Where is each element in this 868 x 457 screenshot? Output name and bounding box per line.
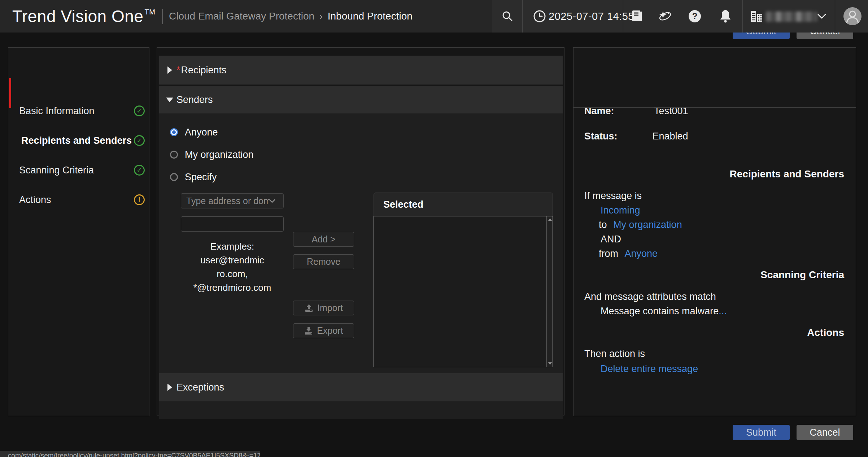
add-button[interactable]: Add > — [293, 232, 354, 247]
app-header: Trend Vision OneTM Cloud Email Gateway P… — [0, 0, 868, 33]
summary-link-from[interactable]: Anyone — [625, 248, 658, 259]
summary-heading-recipients-senders: Recipients and Senders — [730, 168, 844, 180]
download-icon — [304, 327, 313, 335]
wizard-step-recipients-senders[interactable]: Recipients and Senders ✓ — [8, 133, 149, 148]
step-complete-icon: ✓ — [134, 165, 145, 176]
radio-my-organization[interactable]: My organization — [170, 149, 254, 160]
radio-unselected-icon — [170, 151, 178, 159]
address-input[interactable] — [181, 216, 284, 232]
upload-icon — [304, 304, 314, 312]
export-button[interactable]: Export — [293, 323, 354, 338]
summary-link-direction: Incoming — [601, 204, 640, 216]
scroll-down-icon[interactable] — [548, 362, 552, 365]
summary-heading-actions: Actions — [807, 327, 844, 339]
address-examples: Examples: user@trendmic ro.com, *@trendm… — [177, 240, 287, 294]
selected-list[interactable] — [374, 216, 553, 367]
logo-separator — [162, 9, 163, 24]
summary-line-to: to My organization — [599, 219, 682, 231]
link-preview-status-bar: ...com/static/sem/tree/policy/rule-unset… — [0, 451, 260, 457]
radio-label: My organization — [185, 149, 254, 160]
wizard-step-actions[interactable]: Actions ! — [8, 192, 149, 207]
release-notes-icon[interactable] — [630, 0, 644, 33]
required-mark: * — [176, 65, 180, 76]
submit-button[interactable]: Submit — [733, 425, 790, 440]
accordion-title: Senders — [176, 94, 213, 105]
dropdown-chevron-icon — [269, 199, 276, 203]
avatar[interactable] — [843, 7, 862, 25]
remove-button[interactable]: Remove — [293, 254, 354, 269]
scroll-up-icon[interactable] — [548, 218, 552, 221]
selected-list-header: Selected — [374, 193, 553, 216]
radio-label: Anyone — [185, 127, 218, 138]
accordion-exceptions[interactable]: Exceptions — [159, 373, 563, 401]
summary-line: Then action is — [584, 348, 645, 360]
cancel-button[interactable]: Cancel — [797, 425, 853, 440]
status-value: Enabled — [653, 131, 688, 142]
selected-list-title: Selected — [383, 199, 423, 210]
breadcrumb: Cloud Email Gateway Protection › Inbound… — [169, 0, 413, 33]
logo-trademark: TM — [144, 8, 155, 16]
radio-unselected-icon — [170, 173, 178, 181]
svg-text:?: ? — [692, 11, 698, 21]
summary-link-to[interactable]: My organization — [613, 219, 682, 230]
status-label: Status: — [584, 131, 618, 142]
help-icon[interactable]: ? — [688, 0, 702, 33]
header-divider — [742, 0, 743, 33]
wizard-step-label: Scanning Criteria — [19, 165, 94, 176]
breadcrumb-page: Inbound Protection — [328, 10, 413, 22]
wizard-step-scanning-criteria[interactable]: Scanning Criteria ✓ — [8, 163, 149, 178]
breadcrumb-section[interactable]: Cloud Email Gateway Protection — [169, 10, 314, 22]
account-name-redacted[interactable] — [766, 12, 817, 22]
summary-line-malware: Message contains malware... — [601, 305, 727, 317]
app-logo: Trend Vision OneTM — [12, 0, 155, 33]
step-warning-icon: ! — [134, 194, 145, 205]
summary-link-malware-more[interactable]: ... — [719, 306, 727, 316]
header-divider — [835, 0, 835, 33]
radio-anyone[interactable]: Anyone — [170, 126, 218, 138]
scrollbar[interactable] — [546, 216, 553, 367]
accordion-title: *Recipients — [176, 65, 227, 76]
expanded-arrow-icon — [166, 98, 173, 102]
screen: Submit Cancel Trend Vision OneTM Cloud E… — [0, 0, 868, 457]
summary-panel: Name: Test001 Status: Enabled Recipients… — [573, 47, 856, 416]
chevron-down-icon[interactable] — [816, 0, 827, 33]
dropdown-placeholder: Type address or dom — [186, 196, 269, 206]
summary-line-from: from Anyone — [599, 247, 658, 260]
address-type-dropdown[interactable]: Type address or dom — [181, 193, 284, 208]
header-timestamp[interactable]: 2025-07-07 14:55 — [549, 0, 634, 33]
radio-label: Specify — [185, 172, 217, 183]
step-complete-icon: ✓ — [134, 135, 145, 146]
editor-panel: *Recipients Senders Anyone My organizati… — [157, 47, 564, 415]
summary-divider — [573, 107, 856, 108]
collapsed-arrow-icon — [167, 384, 172, 391]
radio-specify[interactable]: Specify — [170, 171, 217, 183]
clock-icon — [533, 0, 546, 33]
summary-line: And message attributes match — [584, 290, 716, 303]
accordion-title: Exceptions — [176, 382, 224, 393]
wizard-step-basic-information[interactable]: Basic Information ✓ — [8, 103, 149, 118]
company-icon — [750, 0, 764, 33]
breadcrumb-separator: › — [319, 11, 323, 22]
header-divider — [522, 0, 523, 33]
accordion-recipients[interactable]: *Recipients — [159, 56, 563, 85]
status-row: Status: Enabled — [584, 130, 688, 142]
summary-link-action: Delete entire message — [601, 363, 698, 375]
summary-heading-scanning-criteria: Scanning Criteria — [760, 269, 844, 281]
wizard-nav: Basic Information ✓ Recipients and Sende… — [8, 47, 149, 416]
radio-selected-icon — [170, 128, 178, 136]
collapsed-arrow-icon — [167, 66, 172, 74]
summary-line: If message is — [584, 190, 642, 202]
wizard-step-label: Recipients and Senders — [21, 135, 132, 146]
accordion-senders[interactable]: Senders — [159, 86, 563, 113]
import-button[interactable]: Import — [293, 301, 354, 315]
summary-line-and: AND — [601, 233, 621, 245]
notifications-icon[interactable] — [719, 0, 732, 33]
wizard-step-label: Basic Information — [19, 105, 95, 117]
ai-assistant-icon[interactable] — [658, 0, 673, 33]
logo-text: Trend Vision One — [12, 7, 143, 26]
wizard-step-label: Actions — [19, 194, 51, 206]
search-icon[interactable] — [501, 0, 514, 33]
name-row: Name: Test001 — [584, 105, 688, 117]
step-complete-icon: ✓ — [134, 105, 145, 116]
